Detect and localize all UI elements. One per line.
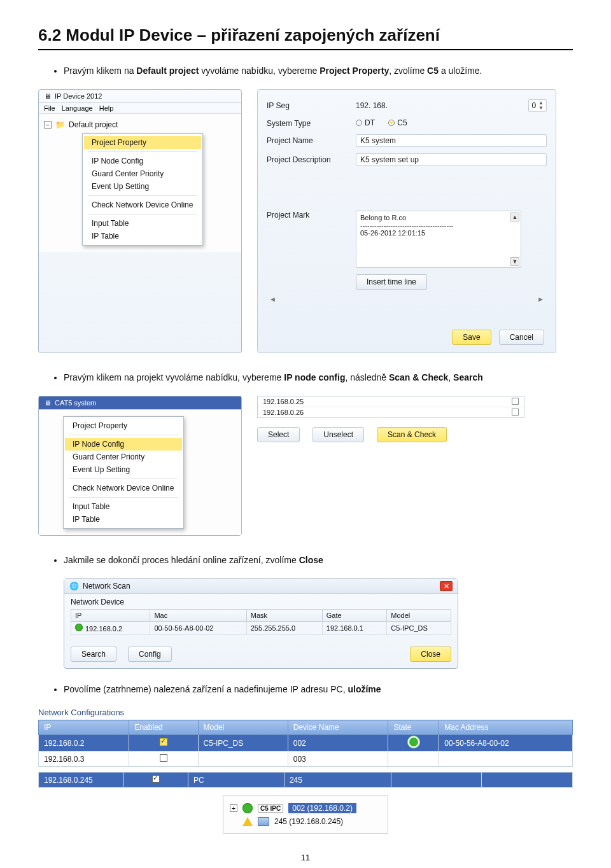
- save-button[interactable]: Save: [452, 330, 491, 345]
- app-icon: 🖥: [44, 92, 51, 100]
- monitor-icon: [258, 817, 269, 826]
- menu-language[interactable]: Language: [62, 104, 93, 112]
- menu-guard-center-priority[interactable]: Guard Center Priority: [84, 167, 201, 180]
- menu-help[interactable]: Help: [99, 104, 114, 112]
- col-gate[interactable]: Gate: [322, 610, 387, 622]
- cancel-button[interactable]: Cancel: [499, 330, 544, 345]
- menu-file[interactable]: File: [44, 104, 55, 112]
- scroll-down-icon[interactable]: ▼: [510, 257, 519, 266]
- checkbox-icon[interactable]: [512, 409, 519, 416]
- tree-node-2[interactable]: 245 (192.168.0.245): [274, 817, 343, 826]
- menu2-ip-table[interactable]: IP Table: [65, 513, 182, 526]
- ip-list-panel: 192.168.0.25 192.168.0.26 Select Unselec…: [257, 396, 524, 536]
- menu-input-table[interactable]: Input Table: [84, 217, 201, 230]
- radio-dt[interactable]: DT: [356, 118, 375, 127]
- warning-icon: [242, 817, 253, 826]
- netcfg-heading: Network Configurations: [38, 708, 573, 717]
- project-description-input[interactable]: K5 system set up: [356, 153, 547, 166]
- menu2-ip-node-config[interactable]: IP Node Config: [65, 438, 182, 451]
- scan-row-1[interactable]: 192.168.0.2 00-50-56-A8-00-02 255.255.25…: [71, 622, 451, 635]
- col-mask[interactable]: Mask: [246, 610, 322, 622]
- scroll-right-icon[interactable]: ►: [537, 295, 544, 322]
- tree-expand-icon[interactable]: −: [44, 121, 52, 129]
- menu2-event-up-setting[interactable]: Event Up Setting: [65, 463, 182, 476]
- badge-c5ipc: C5 IPC: [258, 804, 283, 813]
- scroll-up-icon[interactable]: ▲: [510, 213, 519, 221]
- project-name-input[interactable]: K5 system: [356, 134, 547, 147]
- network-scan-window: 🌐Network Scan ✕ Network Device IP Mac Ma…: [64, 578, 458, 669]
- menubar: File Language Help: [39, 103, 241, 114]
- netcfg-table: IP Enabled Model Device Name State Mac A…: [38, 720, 573, 767]
- project-property-panel: IP Seg 192. 168. 0▲▼ System Type DT C5 P…: [257, 89, 556, 353]
- col-ip[interactable]: IP: [71, 610, 150, 622]
- menu-project-property[interactable]: Project Property: [84, 136, 201, 149]
- menu-ip-table[interactable]: IP Table: [84, 230, 201, 242]
- ip-row-1[interactable]: 192.168.0.25: [258, 396, 524, 407]
- cat5-titlebar[interactable]: 🖥 CAT5 system: [39, 396, 241, 410]
- unselect-button[interactable]: Unselect: [313, 427, 364, 442]
- tree-root[interactable]: Default project: [69, 120, 118, 129]
- status-ok-icon: [242, 803, 253, 813]
- nc-col-ip[interactable]: IP: [39, 720, 129, 735]
- bullet-4: Povolíme (zatrhneme) nalezená zařízení a…: [64, 683, 573, 696]
- scan-title: Network Scan: [83, 582, 130, 591]
- bullet-2: Pravým klikem na projekt vyvoláme nabídk…: [64, 371, 573, 384]
- ip-seg-value: 192. 168.: [356, 101, 522, 110]
- nc-col-enabled[interactable]: Enabled: [129, 720, 198, 735]
- menu2-guard-center-priority[interactable]: Guard Center Priority: [65, 451, 182, 463]
- ipdevice-window: 🖥 IP Device 2012 File Language Help − 📁 …: [38, 89, 242, 353]
- page-title: 6.2 Modul IP Device – přiřazení zapojený…: [38, 25, 573, 45]
- checkbox-enabled-pc[interactable]: [152, 775, 160, 783]
- checkbox-icon[interactable]: [512, 398, 519, 405]
- menu-check-network-device-online[interactable]: Check Network Device Online: [84, 199, 201, 211]
- nc-col-model[interactable]: Model: [198, 720, 288, 735]
- scan-subtitle: Network Device: [64, 594, 458, 606]
- project-name-label: Project Name: [267, 136, 349, 145]
- checkbox-enabled-1[interactable]: [160, 738, 167, 746]
- folder-icon: 📁: [55, 120, 65, 129]
- select-button[interactable]: Select: [257, 427, 300, 442]
- project-mark-label: Project Mark: [267, 211, 349, 220]
- scan-check-button[interactable]: Scan & Check: [377, 427, 447, 442]
- window-title: IP Device 2012: [55, 92, 102, 100]
- project-mark-textarea[interactable]: Belong to R.co -------------------------…: [356, 211, 521, 268]
- nc-row-1[interactable]: 192.168.0.2 C5-IPC_DS 002 00-50-56-A8-00…: [39, 735, 573, 752]
- ip-seg-label: IP Seg: [267, 101, 349, 110]
- ip-row-2[interactable]: 192.168.0.26: [258, 407, 524, 417]
- netcfg-table-pc: 192.168.0.245 PC 245: [38, 772, 573, 788]
- menu-event-up-setting[interactable]: Event Up Setting: [84, 180, 201, 193]
- cat5-title: CAT5 system: [55, 399, 96, 407]
- nc-row-2[interactable]: 192.168.0.3 003: [39, 752, 573, 767]
- ip-seg-spinner[interactable]: 0▲▼: [528, 99, 547, 112]
- menu2-input-table[interactable]: Input Table: [65, 500, 182, 513]
- menu2-project-property[interactable]: Project Property: [65, 419, 182, 432]
- tree-expand-icon[interactable]: +: [230, 804, 237, 812]
- status-ok-icon: [75, 624, 83, 631]
- cat5-window: 🖥 CAT5 system Project Property IP Node C…: [38, 396, 242, 536]
- bullet-1: Pravým klikem na Default project vyvolám…: [64, 64, 573, 78]
- page-number: 11: [38, 853, 573, 862]
- close-icon[interactable]: ✕: [440, 581, 453, 591]
- nc-row-pc[interactable]: 192.168.0.245 PC 245: [39, 773, 573, 788]
- col-mac[interactable]: Mac: [150, 610, 246, 622]
- radio-c5[interactable]: C5: [388, 118, 407, 127]
- nc-col-device-name[interactable]: Device Name: [288, 720, 388, 735]
- col-model[interactable]: Model: [387, 610, 451, 622]
- insert-time-line-button[interactable]: Insert time line: [356, 274, 427, 290]
- nc-col-mac[interactable]: Mac Address: [439, 720, 573, 735]
- tree-node-1[interactable]: 002 (192.168.0.2): [288, 803, 356, 813]
- app-icon: 🖥: [44, 399, 51, 407]
- menu-ip-node-config[interactable]: IP Node Config: [84, 155, 201, 167]
- scroll-left-icon[interactable]: ◄: [269, 295, 276, 322]
- checkbox-enabled-2[interactable]: [160, 754, 167, 762]
- nc-col-state[interactable]: State: [388, 720, 439, 735]
- heading-underline: [38, 49, 573, 50]
- context-menu-2: Project Property IP Node Config Guard Ce…: [63, 416, 184, 529]
- system-type-label: System Type: [267, 119, 349, 128]
- config-button[interactable]: Config: [128, 647, 172, 662]
- project-description-label: Project Description: [267, 155, 349, 164]
- close-button[interactable]: Close: [410, 647, 451, 662]
- menu2-check-network-device-online[interactable]: Check Network Device Online: [65, 482, 182, 494]
- search-button[interactable]: Search: [71, 647, 116, 662]
- state-ok-icon: [409, 738, 418, 746]
